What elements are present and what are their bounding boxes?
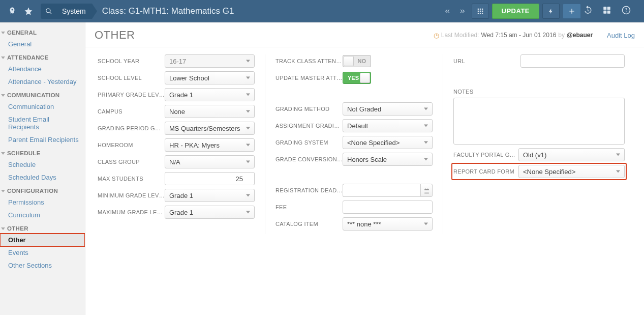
audit-log-link[interactable]: Audit Log [607,32,635,39]
topbar-right: UPDATE [440,4,640,19]
page-meta: ◷ Last Modified: Wed 7:15 am - Jun 01 20… [434,32,635,39]
page-title: OTHER [95,28,135,42]
label-max-students: MAX STUDENTS [98,176,165,182]
main: OTHER ◷ Last Modified: Wed 7:15 am - Jun… [85,22,644,315]
sidebar-item-permissions[interactable]: Permissions [0,196,85,209]
select-campus[interactable]: None [165,105,255,118]
help-icon[interactable] [622,6,640,16]
toggle-update-master[interactable]: YES [343,72,371,84]
update-button[interactable]: UPDATE [492,4,539,19]
sidebar-item-general[interactable]: General [0,38,85,50]
label-min-grade: MINIMUM GRADE LEVEL [98,192,165,198]
label-faculty-portal: FACULTY PORTAL GRADE… [453,152,518,158]
sidebar-item-schedule[interactable]: Schedule [0,158,85,171]
update-label: UPDATE [502,7,530,15]
label-track-attendance: TRACK CLASS ATTENDANCE [275,58,343,64]
sidebar-item-communication[interactable]: Communication [0,100,85,113]
sidebar: GENERAL General ATTENDANCE Attendance At… [0,22,85,315]
form-column-1: SCHOOL YEAR16-17 SCHOOL LEVELLower Schoo… [95,54,265,234]
sidebar-item-student-email[interactable]: Student Email Recipients [0,113,85,133]
select-primary-grade[interactable]: Grade 1 [165,88,255,101]
sidebar-head-general[interactable]: GENERAL [0,26,85,38]
toggle-track-attendance[interactable]: NO [343,55,371,67]
sidebar-head-schedule[interactable]: SCHEDULE [0,147,85,158]
select-faculty-portal[interactable]: Old (v1) [518,148,625,161]
nav-next-icon[interactable] [455,4,470,19]
label-max-grade: MAXIMUM GRADE LEVEL [98,209,165,215]
select-homeroom[interactable]: HR - PKA: Myers [165,138,255,152]
search-button[interactable] [41,4,57,19]
select-grading-system[interactable]: <None Specified> [343,136,433,149]
label-url: URL [453,58,520,64]
label-grading-period-group: GRADING PERIOD GROUP [98,125,165,131]
sidebar-item-curriculum[interactable]: Curriculum [0,209,85,221]
select-min-grade[interactable]: Grade 1 [165,189,255,202]
input-reg-deadline[interactable] [343,184,420,197]
apps-icon[interactable] [602,6,621,16]
label-assignment-grading: ASSIGNMENT GRADING M… [275,123,343,129]
select-catalog-item[interactable]: *** none *** [343,217,433,231]
label-reg-deadline: REGISTRATION DEADLINE [275,187,343,193]
by-label: by [558,32,565,39]
sidebar-head-attendance[interactable]: ATTENDANCE [0,51,85,63]
sidebar-item-other[interactable]: Other [0,234,85,246]
svg-rect-0 [603,7,606,10]
label-grading-method: GRADING METHOD [275,106,343,112]
breadcrumb-system[interactable]: System [57,4,92,19]
highlight-report-card-form: REPORT CARD FORM<None Specified> [452,164,626,179]
svg-rect-2 [603,11,606,14]
label-notes: NOTES [453,89,473,95]
lightning-button[interactable] [542,4,560,19]
sidebar-item-parent-email[interactable]: Parent Email Recipients [0,133,85,146]
select-max-grade[interactable]: Grade 1 [165,206,255,219]
history-icon[interactable] [583,6,601,16]
star-icon[interactable] [20,3,37,19]
select-conversion-scale[interactable]: Honors Scale [343,153,433,166]
select-class-group[interactable]: N/A [165,155,255,168]
last-modified-timestamp: Wed 7:15 am - Jun 01 2016 [481,32,556,39]
label-primary-grade: PRIMARY GRADE LEVEL [98,92,165,98]
form-column-3: URL NOTES FACULTY PORTAL GRADE…Old (v1) … [443,54,635,234]
form-body: SCHOOL YEAR16-17 SCHOOL LEVELLower Schoo… [85,47,644,241]
input-max-students[interactable]: 25 [165,172,255,185]
label-conversion-scale: GRADE CONVERSION SCALE [275,156,343,162]
label-school-year: SCHOOL YEAR [98,58,165,64]
label-campus: CAMPUS [98,108,165,114]
select-school-year[interactable]: 16-17 [165,54,255,68]
input-url[interactable] [520,54,625,68]
sidebar-item-attendance[interactable]: Attendance [0,63,85,75]
label-catalog-item: CATALOG ITEM [275,221,343,227]
last-modified-label: Last Modified: [441,32,479,39]
sidebar-item-events[interactable]: Events [0,246,85,259]
select-school-level[interactable]: Lower School [165,71,255,84]
select-grading-method[interactable]: Not Graded [343,102,433,116]
calendar-icon[interactable] [420,184,433,197]
sidebar-item-other-sections[interactable]: Other Sections [0,259,85,272]
breadcrumb-page: Class: G1-MTH1: Mathematics G1 [102,6,234,16]
form-column-2: TRACK CLASS ATTENDANCENO UPDATE MASTER A… [265,54,443,234]
label-update-master: UPDATE MASTER ATTEND… [275,75,343,81]
sidebar-item-scheduled-days[interactable]: Scheduled Days [0,171,85,184]
rocket-icon[interactable] [4,3,20,19]
input-fee[interactable] [343,201,433,214]
sidebar-head-configuration[interactable]: CONFIGURATION [0,185,85,196]
sidebar-item-attendance-yesterday[interactable]: Attendance - Yesterday [0,75,85,88]
nav-prev-icon[interactable] [440,4,454,19]
label-school-level: SCHOOL LEVEL [98,75,165,81]
select-assignment-grading[interactable]: Default [343,119,433,132]
select-grading-period-group[interactable]: MS Quarters/Semesters [165,122,255,135]
sidebar-head-other[interactable]: OTHER [0,222,85,234]
select-report-card[interactable]: <None Specified> [518,165,625,178]
label-report-card: REPORT CARD FORM [453,168,518,175]
label-homeroom: HOMEROOM [98,142,165,148]
textarea-notes[interactable] [453,98,625,145]
svg-rect-3 [607,11,610,14]
add-button[interactable] [563,4,581,19]
sidebar-head-communication[interactable]: COMMUNICATION [0,89,85,100]
label-class-group: CLASS GROUP [98,159,165,165]
clock-icon: ◷ [434,32,439,39]
topbar-left: System Class: G1-MTH1: Mathematics G1 [4,3,234,19]
breadcrumb-system-label: System [62,7,86,15]
modified-by-user: @ebauer [567,32,593,39]
grid-button[interactable] [472,4,489,19]
